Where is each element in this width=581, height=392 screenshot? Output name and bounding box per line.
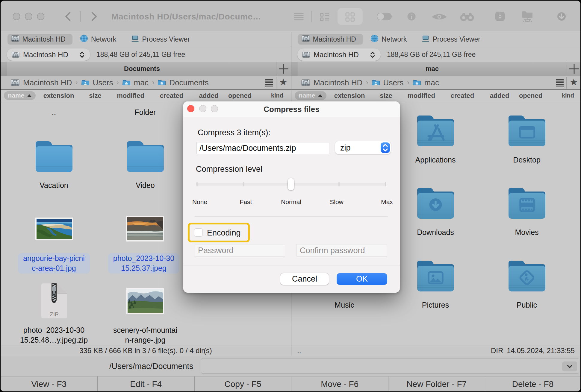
svg-text:ZIP: ZIP <box>50 311 59 317</box>
svg-text:Macintosh HD/Users/mac/Docume…: Macintosh HD/Users/mac/Docume… <box>111 12 261 21</box>
svg-text:i: i <box>411 13 413 20</box>
